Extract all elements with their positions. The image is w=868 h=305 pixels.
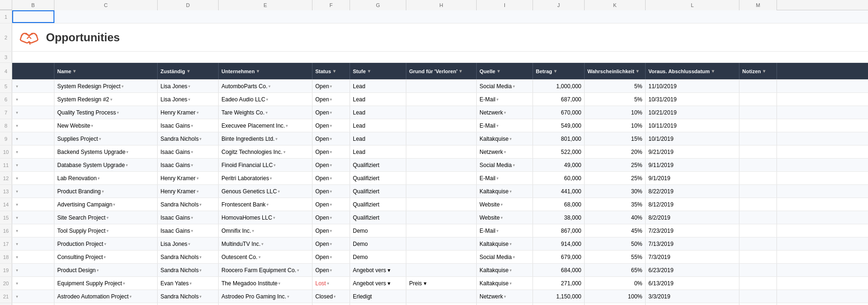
dropdown-arrow-icon[interactable]: ▾: [270, 176, 272, 181]
dropdown-arrow-icon[interactable]: ▾: [16, 123, 18, 128]
filter-icon[interactable]: ▾: [712, 69, 714, 74]
dropdown-arrow-icon[interactable]: ▾: [275, 137, 278, 141]
col-letter-m[interactable]: M: [739, 0, 777, 10]
dropdown-arrow-icon[interactable]: ▾: [199, 137, 202, 141]
col-letter-l[interactable]: L: [646, 0, 739, 10]
dropdown-arrow-icon[interactable]: ▾: [330, 255, 332, 259]
dropdown-arrow-icon[interactable]: ▾: [197, 189, 199, 194]
dropdown-arrow-icon[interactable]: ▾: [330, 163, 332, 168]
dropdown-arrow-icon[interactable]: ▾: [330, 84, 332, 89]
dropdown-arrow-icon[interactable]: ▾: [266, 97, 268, 102]
dropdown-arrow-icon[interactable]: ▾: [496, 176, 499, 181]
col-letter-j[interactable]: J: [533, 0, 585, 10]
dropdown-arrow-icon[interactable]: ▾: [330, 189, 332, 194]
dropdown-arrow-icon[interactable]: ▾: [510, 281, 512, 286]
dropdown-arrow-icon[interactable]: ▾: [16, 97, 18, 102]
dropdown-arrow-icon[interactable]: ▾: [16, 110, 18, 115]
dropdown-arrow-icon[interactable]: ▾: [16, 255, 18, 259]
filter-icon[interactable]: ▾: [333, 69, 335, 74]
dropdown-arrow-icon[interactable]: ▾: [117, 110, 119, 115]
dropdown-arrow-icon[interactable]: ▾: [501, 202, 503, 207]
dropdown-arrow-icon[interactable]: ▾: [129, 294, 132, 299]
dropdown-arrow-icon[interactable]: ▾: [504, 294, 506, 299]
dropdown-arrow-icon[interactable]: ▾: [107, 215, 109, 220]
dropdown-arrow-icon[interactable]: ▾: [99, 137, 101, 141]
col-letter-i[interactable]: I: [477, 0, 533, 10]
status-cell[interactable]: Status▾: [312, 63, 350, 79]
col-letter-k[interactable]: K: [585, 0, 646, 10]
dropdown-arrow-icon[interactable]: ▾: [330, 150, 332, 154]
filter-icon[interactable]: ▾: [497, 69, 500, 74]
dropdown-arrow-icon[interactable]: ▾: [188, 242, 190, 246]
dropdown-arrow-icon[interactable]: ▾: [278, 189, 280, 194]
dropdown-arrow-icon[interactable]: ▾: [199, 268, 202, 273]
dropdown-arrow-icon[interactable]: ▾: [330, 229, 332, 233]
dropdown-arrow-icon[interactable]: ▾: [107, 229, 109, 233]
dropdown-arrow-icon[interactable]: ▾: [286, 123, 288, 128]
filter-icon[interactable]: ▾: [368, 69, 370, 74]
dropdown-arrow-icon[interactable]: ▾: [266, 202, 269, 207]
dropdown-arrow-icon[interactable]: ▾: [16, 202, 18, 207]
dropdown-arrow-icon[interactable]: ▾: [199, 255, 202, 259]
filter-icon[interactable]: ▾: [187, 69, 190, 74]
dropdown-arrow-icon[interactable]: ▾: [16, 189, 18, 194]
dropdown-arrow-icon[interactable]: ▾: [510, 137, 512, 141]
stage-cell[interactable]: Stufe▾: [350, 63, 406, 79]
dropdown-arrow-icon[interactable]: ▾: [199, 202, 202, 207]
dropdown-arrow-icon[interactable]: ▾: [259, 255, 261, 259]
filter-icon[interactable]: ▾: [763, 69, 765, 74]
dropdown-arrow-icon[interactable]: ▾: [330, 176, 332, 181]
source-cell[interactable]: Quelle▾: [477, 63, 533, 79]
dropdown-arrow-icon[interactable]: ▾: [330, 215, 332, 220]
dropdown-arrow-icon[interactable]: ▾: [513, 163, 515, 168]
dropdown-arrow-icon[interactable]: ▾: [266, 110, 268, 115]
col-letter-g[interactable]: G: [350, 0, 406, 10]
dropdown-arrow-icon[interactable]: ▾: [496, 123, 499, 128]
dropdown-arrow-icon[interactable]: ▾: [330, 110, 332, 115]
dropdown-arrow-icon[interactable]: ▾: [104, 242, 107, 246]
dropdown-arrow-icon[interactable]: ▾: [501, 215, 503, 220]
filter-icon[interactable]: ▾: [636, 69, 639, 74]
col-letter-h[interactable]: H: [406, 0, 477, 10]
dropdown-arrow-icon[interactable]: ▾: [191, 215, 193, 220]
col-letter-b[interactable]: B: [12, 0, 54, 10]
dropdown-arrow-icon[interactable]: ▾: [16, 137, 18, 141]
dropdown-arrow-icon[interactable]: ▾: [513, 255, 515, 259]
close-date-cell[interactable]: Voraus. Abschlussdatum▾: [646, 63, 739, 79]
dropdown-arrow-icon[interactable]: ▾: [513, 84, 515, 89]
dropdown-arrow-icon[interactable]: ▾: [330, 97, 332, 102]
dropdown-arrow-icon[interactable]: ▾: [327, 281, 329, 286]
dropdown-arrow-icon[interactable]: ▾: [16, 150, 18, 154]
dropdown-arrow-icon[interactable]: ▾: [102, 189, 104, 194]
dropdown-arrow-icon[interactable]: ▾: [123, 281, 125, 286]
lost-reason-cell[interactable]: Grund für 'Verloren'▾: [406, 63, 477, 79]
filter-icon[interactable]: ▾: [73, 69, 76, 74]
selected-cell[interactable]: [12, 10, 54, 23]
probability-cell[interactable]: Wahrscheinlichkeit▾: [585, 63, 646, 79]
dropdown-arrow-icon[interactable]: ▾: [188, 97, 190, 102]
dropdown-arrow-icon[interactable]: ▾: [16, 84, 18, 89]
name-cell[interactable]: Name▾: [54, 63, 158, 79]
dropdown-arrow-icon[interactable]: ▾: [191, 150, 193, 154]
dropdown-arrow-icon[interactable]: ▾: [126, 163, 128, 168]
dropdown-arrow-icon[interactable]: ▾: [330, 202, 332, 207]
dropdown-arrow-icon[interactable]: ▾: [97, 268, 99, 273]
col-letter-d[interactable]: D: [158, 0, 219, 10]
col-letter-e[interactable]: E: [219, 0, 312, 10]
dropdown-arrow-icon[interactable]: ▾: [16, 294, 18, 299]
dropdown-arrow-icon[interactable]: ▾: [330, 137, 332, 141]
filter-icon[interactable]: ▾: [257, 69, 259, 74]
col-letter-c[interactable]: C: [54, 0, 158, 10]
dropdown-arrow-icon[interactable]: ▾: [510, 268, 512, 273]
filter-icon[interactable]: ▾: [459, 69, 462, 74]
dropdown-arrow-icon[interactable]: ▾: [16, 268, 18, 273]
dropdown-arrow-icon[interactable]: ▾: [126, 150, 129, 154]
dropdown-arrow-icon[interactable]: ▾: [268, 84, 271, 89]
dropdown-arrow-icon[interactable]: ▾: [190, 281, 192, 286]
dropdown-arrow-icon[interactable]: ▾: [16, 163, 18, 168]
dropdown-arrow-icon[interactable]: ▾: [496, 97, 499, 102]
dropdown-arrow-icon[interactable]: ▾: [496, 229, 499, 233]
filter-icon[interactable]: ▾: [554, 69, 556, 74]
dropdown-arrow-icon[interactable]: ▾: [104, 255, 106, 259]
priority-cell[interactable]: [12, 63, 54, 79]
